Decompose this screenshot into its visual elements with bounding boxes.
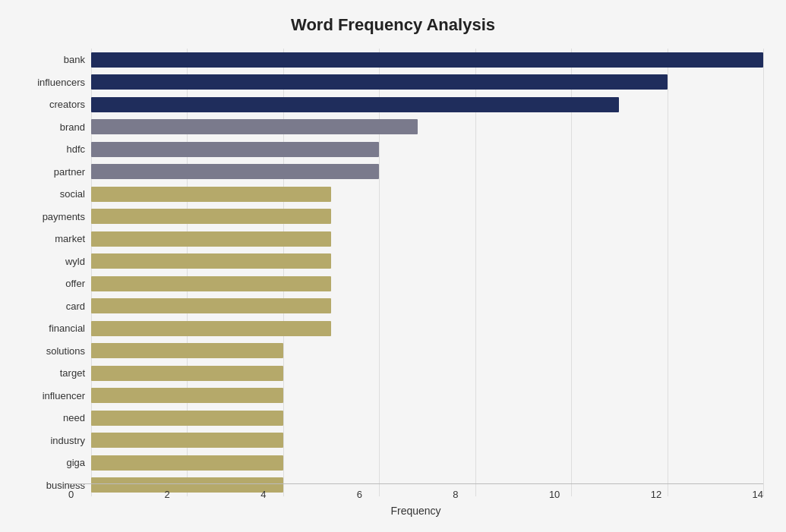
y-axis: bankinfluencerscreatorsbrandhdfcpartners… xyxy=(23,49,91,496)
bar xyxy=(91,455,283,471)
bar xyxy=(91,187,331,202)
bar-row xyxy=(91,296,763,316)
bar xyxy=(91,231,331,247)
bar-row xyxy=(91,72,763,93)
bar xyxy=(91,366,283,381)
y-label: giga xyxy=(66,452,85,473)
bar xyxy=(91,343,283,358)
bar-row xyxy=(91,139,763,159)
x-tick: 12 xyxy=(651,489,661,500)
x-tick: 2 xyxy=(165,489,170,500)
x-tick: 14 xyxy=(753,489,763,500)
y-label: influencers xyxy=(37,72,85,93)
grid-line xyxy=(763,49,764,496)
x-tick: 4 xyxy=(260,489,266,500)
bar xyxy=(91,74,668,90)
bar xyxy=(91,142,379,157)
bar xyxy=(91,411,283,426)
bar xyxy=(91,276,331,291)
bar-row xyxy=(91,162,763,182)
y-label: brand xyxy=(60,117,85,137)
y-label: market xyxy=(55,228,85,249)
y-label: financial xyxy=(49,318,85,338)
bar xyxy=(91,119,418,134)
bar-row xyxy=(91,251,763,272)
bars-wrapper xyxy=(91,49,763,496)
bar-row xyxy=(91,94,763,115)
bar xyxy=(91,253,331,269)
chart-container: Word Frequency Analysis bankinfluencersc… xyxy=(0,0,786,532)
y-label: payments xyxy=(43,206,85,227)
x-tick: 6 xyxy=(357,489,362,500)
y-label: card xyxy=(66,296,85,316)
y-label: target xyxy=(60,363,85,383)
bar xyxy=(91,52,763,68)
bar-row xyxy=(91,386,763,406)
bar xyxy=(91,388,283,403)
y-label: partner xyxy=(54,162,85,182)
y-label: need xyxy=(63,408,85,428)
y-label: offer xyxy=(65,273,85,294)
bar-row xyxy=(91,452,763,473)
bar-row xyxy=(91,273,763,294)
y-label: solutions xyxy=(46,341,85,361)
x-axis-line xyxy=(68,483,763,484)
x-ticks: 02468101214 xyxy=(68,489,763,500)
chart-area: bankinfluencerscreatorsbrandhdfcpartners… xyxy=(23,49,763,496)
bar-row xyxy=(91,206,763,227)
bar-row xyxy=(91,318,763,338)
bar xyxy=(91,433,283,448)
y-label: creators xyxy=(49,94,85,115)
bar-row xyxy=(91,341,763,361)
bar xyxy=(91,164,379,179)
y-label: bank xyxy=(64,49,85,70)
bar xyxy=(91,321,331,336)
bar-row xyxy=(91,408,763,428)
bar-row xyxy=(91,117,763,137)
bar xyxy=(91,97,619,112)
y-label: social xyxy=(60,184,85,204)
x-tick: 8 xyxy=(453,489,458,500)
x-tick: 0 xyxy=(68,489,74,500)
bar xyxy=(91,209,331,224)
y-label: wyld xyxy=(65,251,85,272)
bar-row xyxy=(91,49,763,70)
x-axis-label: Frequency xyxy=(390,505,440,517)
bar-row xyxy=(91,363,763,383)
x-tick: 10 xyxy=(549,489,560,500)
bar-row xyxy=(91,184,763,204)
y-label: hdfc xyxy=(66,139,85,159)
bars-area xyxy=(91,49,763,496)
bar xyxy=(91,298,331,313)
bar-row xyxy=(91,228,763,249)
bar-row xyxy=(91,430,763,451)
y-label: industry xyxy=(50,430,85,451)
chart-title: Word Frequency Analysis xyxy=(23,15,763,35)
y-label: influencer xyxy=(43,386,85,406)
